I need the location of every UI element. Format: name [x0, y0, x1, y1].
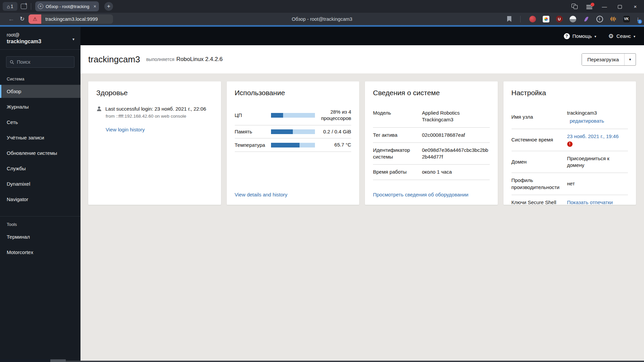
hostname-row: Имя узла trackingcam3 редактировать [512, 106, 628, 129]
reboot-caret-button[interactable]: ▾ [624, 54, 636, 65]
sidebar-item-terminal[interactable]: Терминал [0, 230, 80, 243]
temperature-label: Температура [235, 142, 271, 148]
extension-fox-icon[interactable] [529, 16, 536, 22]
workspace-button[interactable]: ⌂ 1 [3, 2, 17, 11]
maximize-button[interactable] [616, 4, 623, 9]
browser-menu-icon[interactable] [586, 4, 592, 9]
asset-tag-row: Тег актива 02c0008178687eaf [373, 128, 490, 143]
url-text[interactable]: trackingcam3.local:9999 [41, 16, 102, 22]
reload-button[interactable]: ↻ [20, 15, 24, 22]
insecure-warning-icon[interactable]: ⚠ [29, 14, 41, 24]
usage-card: Использование ЦП 28% из 4 процессоров Па… [227, 81, 360, 205]
asset-tag-label: Тег актива [373, 132, 417, 138]
tab-close-icon[interactable]: × [94, 4, 96, 9]
system-time-label: Системное время [512, 136, 562, 143]
panels-icon[interactable] [572, 4, 578, 9]
notification-dot [591, 3, 594, 6]
view-details-history-link[interactable]: View details and history [235, 187, 352, 197]
new-window-icon[interactable]: + [21, 4, 27, 9]
sidebar-item-services[interactable]: Службы [0, 162, 80, 175]
machine-id-label: Идентификатор системы [373, 147, 417, 161]
extension-ublock-icon[interactable]: U [556, 16, 563, 22]
sidebar-item-motorcortex[interactable]: Motorcortex [0, 246, 80, 259]
close-window-button[interactable]: × [632, 4, 639, 9]
page-title: trackingcam3 [88, 54, 140, 65]
browser-tab[interactable]: ✕ Обзор - root@tracking × [35, 1, 99, 11]
chevron-down-icon: ▾ [72, 37, 74, 42]
reboot-split-button: Перезагрузка ▾ [582, 53, 636, 66]
user-host: trackingcam3 [7, 39, 74, 45]
uptime-label: Время работы [373, 169, 417, 175]
uptime-value: около 1 часа [422, 169, 490, 175]
sidebar-item-dynamixel[interactable]: Dynamixel [0, 177, 80, 190]
sidebar-search[interactable] [6, 56, 74, 68]
session-menu[interactable]: ⚙ Сеанс ▾ [608, 33, 635, 40]
browser-tab-bar: ⌂ 1 + ✕ Обзор - root@tracking × + — × [0, 0, 644, 13]
window-page-title: Обзор - root@trackingcam3 [292, 16, 353, 22]
sidebar-item-network[interactable]: Сеть [0, 116, 80, 129]
running-label: выполняется [146, 57, 174, 62]
search-input[interactable] [17, 59, 71, 65]
minimize-button[interactable]: — [601, 4, 608, 9]
window-bottom-edge [0, 361, 644, 362]
session-label: Сеанс [616, 33, 631, 39]
show-fingerprints-link[interactable]: Показать отпечатки [567, 199, 628, 206]
scrollbar-thumb[interactable] [50, 359, 66, 362]
machine-id-row: Идентификатор системы 0e098d7e36a4467cbc… [373, 143, 490, 165]
sidebar-item-logs[interactable]: Журналы [0, 100, 80, 113]
model-value: Applied Robotics Trackingcam3 [422, 110, 490, 123]
system-info-title: Сведения о системе [373, 89, 490, 97]
chevron-down-icon: ▾ [634, 35, 635, 38]
extension-bulb-icon[interactable]: i [596, 16, 603, 22]
health-card: Здоровье Last successful login: 23 нояб.… [88, 81, 221, 205]
nav-section-tools: Tools [0, 217, 80, 230]
memory-usage-row: Память 0.2 / 0.4 GiB [235, 125, 352, 139]
user-menu[interactable]: root@ trackingcam3 ▾ [0, 27, 80, 50]
system-time-link[interactable]: 23 нояб. 2021 г., 19:46 [567, 133, 619, 139]
performance-profile-label: Профиль производительности [512, 177, 562, 191]
view-login-history-link[interactable]: View login history [106, 127, 213, 132]
cpu-label: ЦП [235, 112, 271, 118]
performance-profile-value[interactable]: нет [567, 180, 628, 187]
extension-audio-icon[interactable] [610, 16, 616, 22]
help-icon: ? [564, 33, 570, 39]
configuration-title: Настройка [512, 89, 628, 97]
content-area: Здоровье Last successful login: 23 нояб.… [80, 73, 644, 362]
reboot-button[interactable]: Перезагрузка [582, 54, 624, 65]
sidebar: root@ trackingcam3 ▾ Система Обзор Журна… [0, 27, 80, 362]
asset-tag-value: 02c0008178687eaf [422, 132, 490, 138]
user-name: root@ [7, 32, 74, 38]
tab-favicon-icon: ✕ [38, 4, 43, 9]
search-icon [10, 60, 14, 65]
temperature-value: 65.7 °C [319, 142, 351, 148]
page-header: trackingcam3 выполняется RoboLinux 2.4.2… [80, 45, 644, 73]
sidebar-item-overview[interactable]: Обзор [0, 85, 80, 98]
view-hardware-details-link[interactable]: Просмотреть сведения об оборудовании [373, 187, 490, 197]
extension-vk-icon[interactable]: VK [623, 16, 630, 22]
login-from-text: from ::ffff:192.168.42.60 on web console [106, 114, 213, 119]
time-error-icon: ! [567, 141, 573, 147]
system-time-row: Системное время 23 нояб. 2021 г., 19:46 … [512, 129, 628, 151]
sidebar-item-updates[interactable]: Обновление системы [0, 146, 80, 160]
gear-icon: ⚙ [608, 33, 614, 40]
system-info-card: Сведения о системе Модель Applied Roboti… [365, 81, 498, 205]
masthead: ? Помощь ▾ ⚙ Сеанс ▾ [80, 27, 644, 45]
help-menu[interactable]: ? Помощь ▾ [564, 33, 596, 39]
sidebar-item-navigator[interactable]: Navigator [0, 193, 80, 206]
address-bar[interactable]: ⚠ trackingcam3.local:9999 [29, 14, 113, 24]
last-login-text: Last successful login: 23 нояб. 2021 г.,… [105, 106, 206, 112]
memory-value: 0.2 / 0.4 GiB [319, 129, 351, 135]
downloads-button[interactable]: ↓ 1 [637, 16, 640, 22]
model-row: Модель Applied Robotics Trackingcam3 [373, 106, 490, 128]
back-button[interactable]: ← [8, 15, 14, 23]
edit-hostname-link[interactable]: редактировать [570, 118, 628, 124]
ssh-keys-label: Ключи Secure Shell [512, 199, 562, 206]
extension-photos-icon[interactable] [543, 16, 549, 22]
extension-feather-icon[interactable] [583, 16, 590, 22]
new-tab-button[interactable]: + [104, 2, 113, 11]
sidebar-item-accounts[interactable]: Учётные записи [0, 131, 80, 144]
extension-adguard-icon[interactable] [570, 16, 576, 22]
browser-toolbar: ← ↻ ⚠ trackingcam3.local:9999 Обзор - ro… [0, 13, 644, 25]
bookmark-icon[interactable] [507, 16, 512, 22]
join-domain-value[interactable]: Присоединиться к домену [567, 155, 628, 169]
